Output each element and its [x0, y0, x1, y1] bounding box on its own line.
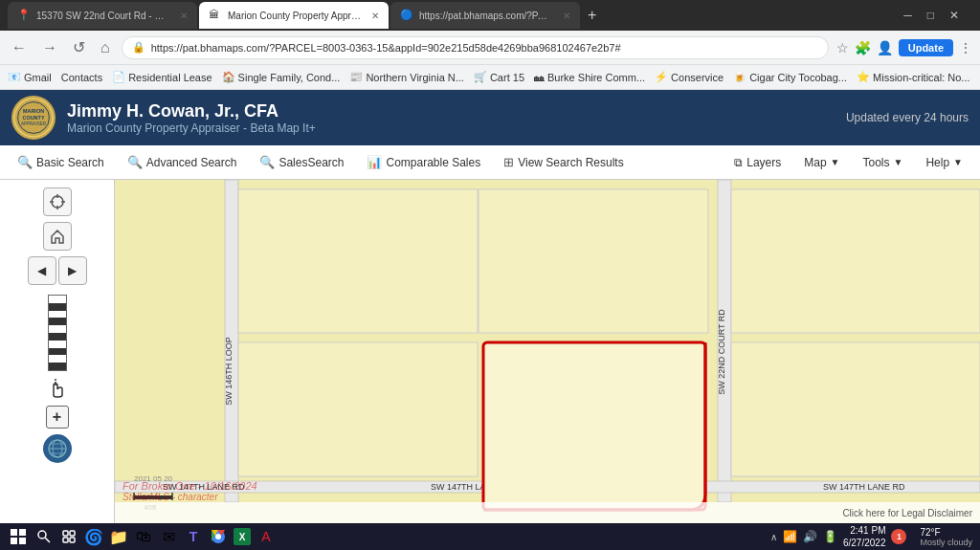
search-taskbar-button[interactable] [34, 527, 54, 546]
tab-3-close[interactable]: ✕ [563, 11, 570, 21]
bookmark-residential[interactable]: 📄 Residential Lease [112, 71, 212, 83]
nav-toolbar: 🔍 Basic Search 🔍 Advanced Search 🔍 Sales… [0, 145, 980, 180]
disclaimer-link[interactable]: Click here for Legal Disclaimer [842, 508, 972, 518]
minimize-button[interactable]: ─ [898, 7, 918, 24]
svg-text:MARION: MARION [23, 108, 44, 114]
svg-rect-37 [11, 529, 17, 536]
map-view[interactable]: SW 146TH LOOP SW 22ND COURT RD SW 147TH … [115, 180, 980, 523]
network-icon[interactable]: 📶 [783, 530, 797, 543]
clock[interactable]: 2:41 PM 6/27/2022 [843, 524, 886, 549]
comparable-sales-button[interactable]: 📊 Comparable Sales [357, 151, 490, 173]
search-icon-basic: 🔍 [17, 155, 33, 169]
map-bottom-bar: Click here for Legal Disclaimer [115, 502, 980, 523]
grid-icon: ⊞ [503, 155, 514, 169]
tab-1-close[interactable]: ✕ [180, 11, 188, 21]
scale-bar [48, 295, 67, 371]
tab-3[interactable]: 🔵 https://pat.bhamaps.com/?PARC... ✕ [390, 2, 580, 29]
home-map-button[interactable] [43, 222, 72, 251]
home-icon [50, 229, 65, 244]
sound-icon[interactable]: 🔊 [803, 530, 817, 543]
bookmarks-bar: 📧 Gmail Contacts 📄 Residential Lease 🏠 S… [0, 65, 980, 90]
taskbar: 🌀 📁 🛍 ✉ T X A ∧ 📶 🔊 🔋 2:41 PM 6/27/2022 … [0, 523, 980, 550]
search-icon-advanced: 🔍 [127, 155, 143, 169]
bookmark-mission[interactable]: ⭐ Mission-critical: No... [857, 71, 969, 83]
notification-badge[interactable]: 1 [891, 529, 906, 544]
system-tray: ∧ 📶 🔊 🔋 2:41 PM 6/27/2022 1 [770, 524, 907, 549]
extensions-icon[interactable]: 🧩 [855, 40, 871, 55]
nav-arrows: ◀ ▶ [28, 256, 87, 285]
update-button[interactable]: Update [899, 39, 953, 56]
chrome-logo-icon [211, 529, 226, 544]
map-button[interactable]: Map ▼ [794, 152, 849, 173]
reload-button[interactable]: ↺ [69, 36, 89, 58]
window-controls: ─ □ ✕ [890, 7, 972, 24]
next-button[interactable]: ▶ [58, 256, 87, 285]
chrome-icon[interactable] [209, 527, 228, 546]
start-button[interactable] [8, 526, 29, 547]
edge-taskbar-icon[interactable]: 🌀 [84, 527, 103, 546]
bookmark-contacts[interactable]: Contacts [61, 72, 102, 83]
tab-2-favicon: 🏛 [209, 9, 222, 22]
svg-line-42 [45, 538, 50, 542]
acrobat-icon[interactable]: A [256, 527, 276, 546]
tools-button[interactable]: Tools ▼ [853, 152, 912, 173]
svg-text:SW 147TH LANE RD: SW 147TH LANE RD [163, 482, 245, 492]
crosshair-tool-button[interactable] [43, 187, 72, 216]
excel-icon[interactable]: X [234, 528, 251, 545]
weather-temp: 72°F [920, 527, 940, 538]
taskview-button[interactable] [59, 527, 78, 546]
advanced-search-button[interactable]: 🔍 Advanced Search [118, 151, 247, 173]
lock-icon: 🔒 [132, 41, 145, 54]
date-display: 6/27/2022 [843, 537, 886, 549]
sales-search-button[interactable]: 🔍 SalesSearch [250, 151, 353, 173]
tools-dropdown-arrow: ▼ [894, 157, 903, 167]
star-icon[interactable]: ☆ [836, 40, 849, 55]
bookmark-burke[interactable]: 🏘 Burke Shire Comm... [534, 72, 645, 83]
svg-rect-38 [19, 529, 26, 536]
tab-2[interactable]: 🏛 Marion County Property Appraisi... ✕ [199, 2, 389, 29]
file-explorer-icon[interactable]: 📁 [109, 527, 128, 546]
menu-icon[interactable]: ⋮ [959, 40, 972, 55]
help-dropdown-arrow: ▼ [953, 157, 963, 167]
home-button[interactable]: ⌂ [97, 37, 114, 58]
teams-icon[interactable]: T [184, 527, 203, 546]
bookmark-cigar[interactable]: 🍺 Cigar City Tocobag... [733, 71, 847, 83]
search-taskbar-icon [37, 530, 51, 543]
map-dropdown-arrow: ▼ [831, 157, 840, 167]
new-tab-button[interactable]: + [582, 7, 602, 24]
zoom-in-button[interactable]: + [46, 406, 69, 429]
basic-search-button[interactable]: 🔍 Basic Search [8, 151, 114, 173]
bookmark-nova[interactable]: 📰 Northern Virginia N... [349, 71, 464, 83]
taskview-icon [62, 530, 76, 543]
prev-button[interactable]: ◀ [28, 256, 56, 285]
layers-button[interactable]: ⧉ Layers [724, 152, 791, 173]
bookmark-cart[interactable]: 🛒 Cart 15 [474, 71, 524, 83]
view-results-button[interactable]: ⊞ View Search Results [494, 151, 634, 173]
app-title: Jimmy H. Cowan, Jr., CFA [67, 101, 316, 121]
bookmark-gmail[interactable]: 📧 Gmail [8, 71, 52, 83]
back-button[interactable]: ← [8, 37, 31, 58]
tray-arrow[interactable]: ∧ [770, 532, 777, 542]
tab-2-close[interactable]: ✕ [371, 11, 379, 21]
svg-text:2021 05 20: 2021 05 20 [134, 474, 173, 483]
logo-seal-icon: MARION COUNTY APPRAISER [13, 96, 54, 140]
profile-icon[interactable]: 👤 [877, 40, 893, 55]
svg-rect-31 [483, 342, 705, 510]
svg-rect-28 [731, 189, 980, 333]
weather-widget: 72°F Mostly cloudy [920, 527, 972, 547]
weather-condition: Mostly cloudy [920, 538, 972, 547]
forward-button[interactable]: → [38, 37, 61, 58]
battery-icon[interactable]: 🔋 [823, 530, 837, 543]
maximize-button[interactable]: □ [922, 7, 940, 24]
svg-rect-45 [63, 538, 68, 542]
tab-1[interactable]: 📍 15370 SW 22nd Court Rd - Goog... ✕ [8, 2, 197, 29]
close-button[interactable]: ✕ [944, 7, 965, 24]
layers-icon: ⧉ [734, 156, 743, 169]
mail-taskbar-icon[interactable]: ✉ [159, 527, 178, 546]
store-icon[interactable]: 🛍 [134, 527, 153, 546]
app-logo: MARION COUNTY APPRAISER [11, 96, 56, 140]
address-bar[interactable]: 🔒 https://pat.bhamaps.com/?PARCEL=8003-0… [122, 36, 829, 59]
help-button[interactable]: Help ▼ [916, 152, 972, 173]
bookmark-singlefamily[interactable]: 🏠 Single Family, Cond... [222, 71, 341, 83]
bookmark-conservice[interactable]: ⚡ Conservice [655, 71, 724, 83]
